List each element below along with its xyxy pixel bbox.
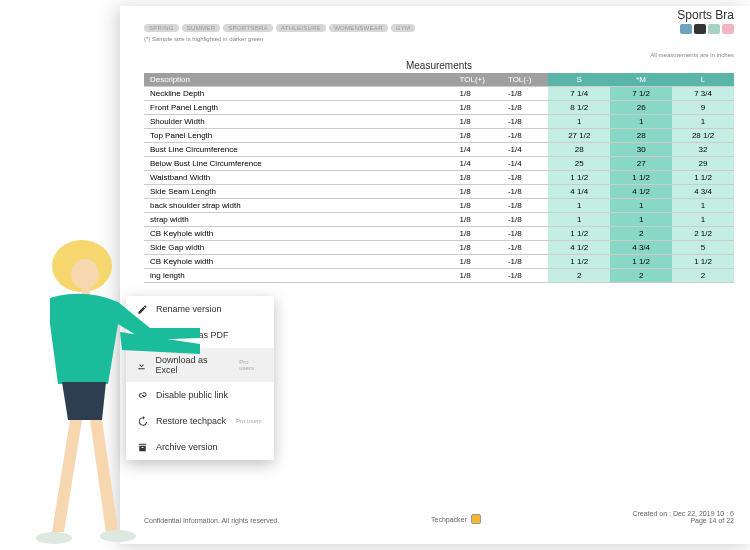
menu-label: Download as Excel — [156, 355, 230, 375]
pro-badge: Pro users — [239, 359, 264, 371]
cell-tol-plus: 1/8 — [453, 199, 501, 213]
table-row: Shoulder Width1/8-1/8111 — [144, 115, 734, 129]
cell-description: Bust Line Circumference — [144, 143, 453, 157]
cell-size-m: 7 1/2 — [610, 87, 672, 101]
pro-badge: Pro users — [236, 418, 262, 424]
cell-size-s: 25 — [548, 157, 610, 171]
cell-size-l: 1 — [672, 115, 734, 129]
cell-size-l: 32 — [672, 143, 734, 157]
menu-label: Rename version — [156, 304, 222, 314]
menu-label: Archive version — [156, 442, 218, 452]
cell-tol-minus: -1/8 — [502, 87, 548, 101]
cell-size-s: 1 — [548, 213, 610, 227]
cell-size-m: 1 — [610, 115, 672, 129]
section-title: Measurements — [144, 60, 734, 71]
brand-logo-icon — [471, 514, 481, 524]
cell-tol-minus: -1/4 — [502, 157, 548, 171]
cloud-download-icon — [136, 329, 148, 341]
thumbnail-icon — [694, 24, 706, 34]
cell-size-l: 29 — [672, 157, 734, 171]
cell-description: Top Panel Length — [144, 129, 453, 143]
col-size-m: *M — [610, 73, 672, 87]
cell-size-l: 1 1/2 — [672, 171, 734, 185]
menu-archive-version[interactable]: Archive version — [126, 434, 274, 460]
cell-description: Below Bust Line Circumference — [144, 157, 453, 171]
cell-size-m: 1 1/2 — [610, 171, 672, 185]
cell-tol-plus: 1/8 — [453, 115, 501, 129]
cell-size-m: 1 1/2 — [610, 255, 672, 269]
cell-tol-minus: -1/8 — [502, 199, 548, 213]
cell-description: Neckline Depth — [144, 87, 453, 101]
col-description: Description — [144, 73, 453, 87]
cell-size-m: 26 — [610, 101, 672, 115]
cell-size-s: 1 1/2 — [548, 171, 610, 185]
cell-size-m: 2 — [610, 227, 672, 241]
tag: GYM — [391, 24, 416, 32]
table-row: strap width1/8-1/8111 — [144, 213, 734, 227]
tag: WOMENSWEAR — [329, 24, 388, 32]
cell-size-s: 27 1/2 — [548, 129, 610, 143]
col-tol-plus: TOL(+) — [453, 73, 501, 87]
cell-tol-plus: 1/8 — [453, 171, 501, 185]
cell-tol-minus: -1/8 — [502, 255, 548, 269]
cell-size-l: 9 — [672, 101, 734, 115]
cell-tol-minus: -1/8 — [502, 115, 548, 129]
cell-tol-plus: 1/8 — [453, 241, 501, 255]
table-row: ing length1/8-1/8222 — [144, 269, 734, 283]
sample-note: (*) Sample size is highlighted in darker… — [144, 36, 734, 42]
cell-description: back shoulder strap width — [144, 199, 453, 213]
menu-label: Disable public link — [156, 390, 228, 400]
table-row: back shoulder strap width1/8-1/8111 — [144, 199, 734, 213]
cell-tol-plus: 1/8 — [453, 269, 501, 283]
table-row: Side Gap width1/8-1/84 1/24 3/45 — [144, 241, 734, 255]
thumbnail-icon — [708, 24, 720, 34]
cell-tol-minus: -1/8 — [502, 101, 548, 115]
cell-description: Side Seam Length — [144, 185, 453, 199]
cell-size-s: 1 1/2 — [548, 255, 610, 269]
cell-size-m: 4 1/2 — [610, 185, 672, 199]
tag: ATHLEISURE — [276, 24, 326, 32]
cell-description: Waistband Width — [144, 171, 453, 185]
table-row: Neckline Depth1/8-1/87 1/47 1/27 3/4 — [144, 87, 734, 101]
cell-size-m: 4 3/4 — [610, 241, 672, 255]
cell-size-l: 7 3/4 — [672, 87, 734, 101]
tag: SPRING — [144, 24, 179, 32]
table-row: Below Bust Line Circumference1/4-1/42527… — [144, 157, 734, 171]
cell-size-s: 28 — [548, 143, 610, 157]
cell-description: Side Gap width — [144, 241, 453, 255]
menu-rename-version[interactable]: Rename version — [126, 296, 274, 322]
footer-page: Page 14 of 22 — [632, 517, 734, 524]
menu-download-excel[interactable]: Download as Excel Pro users — [126, 348, 274, 382]
cell-tol-plus: 1/8 — [453, 101, 501, 115]
cell-size-m: 28 — [610, 129, 672, 143]
cell-tol-minus: -1/8 — [502, 213, 548, 227]
cell-size-l: 5 — [672, 241, 734, 255]
cell-size-m: 2 — [610, 269, 672, 283]
table-header-row: Description TOL(+) TOL(-) S *M L — [144, 73, 734, 87]
cell-size-l: 1 — [672, 213, 734, 227]
product-thumbnails — [677, 24, 734, 34]
menu-restore-techpack[interactable]: Restore techpack Pro users — [126, 408, 274, 434]
cell-tol-minus: -1/8 — [502, 269, 548, 283]
tag: SUMMER — [182, 24, 220, 32]
cell-size-m: 27 — [610, 157, 672, 171]
col-tol-minus: TOL(-) — [502, 73, 548, 87]
col-size-s: S — [548, 73, 610, 87]
cell-tol-minus: -1/4 — [502, 143, 548, 157]
menu-disable-public-link[interactable]: Disable public link — [126, 382, 274, 408]
cell-size-s: 8 1/2 — [548, 101, 610, 115]
cell-tol-plus: 1/8 — [453, 255, 501, 269]
menu-download-pdf[interactable]: Download as PDF — [126, 322, 274, 348]
cell-tol-plus: 1/8 — [453, 213, 501, 227]
cell-tol-plus: 1/8 — [453, 227, 501, 241]
cell-tol-plus: 1/4 — [453, 157, 501, 171]
units-note: All measurements are in inches — [144, 52, 734, 58]
footer-created: Created on : Dec 22, 2019 10 : 6 — [632, 510, 734, 517]
cell-size-s: 4 1/2 — [548, 241, 610, 255]
cell-size-l: 2 — [672, 269, 734, 283]
brand-label: Techpacker — [431, 516, 467, 523]
cell-size-l: 2 1/2 — [672, 227, 734, 241]
cell-size-s: 2 — [548, 269, 610, 283]
thumbnail-icon — [680, 24, 692, 34]
cell-description: Shoulder Width — [144, 115, 453, 129]
